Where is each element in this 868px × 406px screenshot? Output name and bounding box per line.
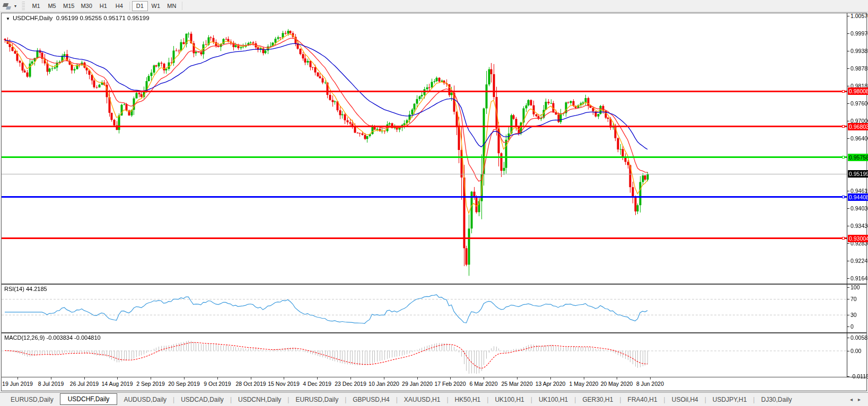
rsi-axis-tick <box>847 287 849 288</box>
date-axis-label: 9 Oct 2019 <box>204 381 231 387</box>
chart-tab-hk50-h1[interactable]: HK50,H1 <box>449 394 487 405</box>
timeframe-button-h1[interactable]: H1 <box>95 1 111 11</box>
date-axis-label: 17 Feb 2020 <box>435 381 466 387</box>
price-axis-label: 0.96400 <box>851 135 868 142</box>
date-axis-label: 10 Jan 2020 <box>369 381 399 387</box>
pane-separator[interactable] <box>2 332 866 333</box>
rsi-axis-label: 100 <box>851 284 860 290</box>
chart-tab-uk100-h1[interactable]: UK100,H1 <box>488 394 530 405</box>
level-price-badge: 0.98008 <box>848 87 868 95</box>
chart-window: ▼USDCHF,Daily 0.95199 0.95255 0.95171 0.… <box>1 13 867 391</box>
chart-tab-eurusd-daily[interactable]: EURUSD,Daily <box>4 394 60 405</box>
rsi-axis-label: 0 <box>851 323 854 330</box>
toolbar-separator <box>129 2 130 10</box>
date-axis-label: 13 Apr 2020 <box>536 381 566 387</box>
pane-separator[interactable] <box>2 284 866 285</box>
level-line-handle[interactable] <box>842 156 845 158</box>
level-line-handle[interactable] <box>842 237 845 240</box>
price-axis-tick <box>847 68 849 69</box>
chart-tab-uk100-h1[interactable]: UK100,H1 <box>532 394 574 405</box>
timeframe-button-m15[interactable]: M15 <box>60 1 77 11</box>
level-line[interactable] <box>2 196 847 198</box>
price-axis-tick <box>847 16 849 16</box>
chart-tab-fra40-h1[interactable]: FRA40,H1 <box>621 394 664 405</box>
chevron-down-icon[interactable]: ▾ <box>14 4 16 8</box>
chart-symbol-label: USDCHF,Daily <box>13 15 52 21</box>
level-line[interactable] <box>2 126 847 127</box>
bid-price-line <box>2 174 847 174</box>
chart-tools-icon-shape <box>6 6 11 10</box>
rsi-axis-label: 30 <box>851 312 857 318</box>
date-axis-label: 15 Nov 2019 <box>268 381 300 387</box>
tab-scroll-right-icon[interactable]: ▸ <box>858 396 861 402</box>
timeframe-button-h4[interactable]: H4 <box>111 1 127 11</box>
date-axis-label: 2 Sep 2019 <box>136 381 165 387</box>
chart-tab-usdcad-daily[interactable]: USDCAD,Daily <box>174 394 230 405</box>
macd-axis-tick <box>847 351 849 351</box>
date-axis-tick <box>617 377 617 379</box>
macd-indicator-canvas[interactable] <box>2 333 847 377</box>
date-axis-label: 25 Mar 2020 <box>502 381 533 387</box>
macd-axis-tick <box>847 338 849 338</box>
level-line[interactable] <box>2 237 847 239</box>
date-axis-label: 23 Dec 2019 <box>335 381 366 387</box>
date-axis-label: 29 Jan 2020 <box>402 381 433 387</box>
price-axis-tick <box>847 138 849 139</box>
timeframe-button-m1[interactable]: M1 <box>28 1 44 11</box>
timeframe-button-mn[interactable]: MN <box>164 1 180 11</box>
date-axis-tick <box>84 377 85 379</box>
level-price-badge: 0.95758 <box>848 154 868 161</box>
chart-tab-gbpusd-h4[interactable]: GBPUSD,H4 <box>346 394 396 405</box>
date-axis[interactable]: 19 Jun 20198 Jul 201926 Jul 201914 Aug 2… <box>2 377 866 391</box>
level-line-handle[interactable] <box>842 125 845 128</box>
date-axis-tick <box>417 377 418 379</box>
toolbar-drag-handle[interactable] <box>22 2 25 11</box>
chart-tab-audusd-daily[interactable]: AUDUSD,Daily <box>117 394 173 405</box>
chart-title: ▼USDCHF,Daily 0.95199 0.95255 0.95171 0.… <box>6 15 150 21</box>
price-axis-tick <box>847 243 849 244</box>
price-axis-label: 0.93430 <box>851 223 868 229</box>
chart-tab-dj30-daily[interactable]: DJ30,Daily <box>755 394 798 405</box>
date-axis-tick <box>650 377 651 379</box>
level-line-handle[interactable] <box>842 90 845 93</box>
price-axis-label: 0.97600 <box>851 100 868 107</box>
rsi-axis-tick <box>847 315 849 315</box>
price-axis-tick <box>847 261 849 261</box>
chart-tab-xauusd-h1[interactable]: XAUUSD,H1 <box>398 394 447 405</box>
date-axis-label: 26 Jul 2019 <box>70 381 99 387</box>
level-line[interactable] <box>2 156 847 158</box>
timeframe-button-m30[interactable]: M30 <box>77 1 95 11</box>
date-axis-tick <box>517 377 518 379</box>
rsi-indicator-canvas[interactable] <box>2 285 847 332</box>
chart-tab-eurusd-daily[interactable]: EURUSD,Daily <box>289 394 345 405</box>
level-line-handle[interactable] <box>842 196 845 198</box>
level-price-badge: 0.94408 <box>848 193 868 201</box>
chart-tab-ger30-h1[interactable]: GER30,H1 <box>576 394 619 405</box>
main-chart-canvas[interactable] <box>2 13 847 284</box>
rsi-axis-tick <box>847 326 849 327</box>
chart-tab-bar: EURUSD,DailyUSDCHF,DailyAUDUSD,Daily|USD… <box>0 392 868 406</box>
level-line[interactable] <box>2 91 847 92</box>
macd-label: MACD(12,26,9) -0.003834 -0.004810 <box>4 334 101 341</box>
chart-menu-caret-icon[interactable]: ▼ <box>6 16 10 21</box>
chart-tab-usdcnh-daily[interactable]: USDCNH,Daily <box>232 394 287 405</box>
date-axis-label: 8 Jun 2020 <box>636 381 664 387</box>
date-axis-label: 8 Jul 2019 <box>38 381 64 387</box>
date-axis-label: 20 May 2020 <box>601 381 633 387</box>
chart-tab-usoil-h4[interactable]: USOil,H4 <box>665 394 705 405</box>
chart-tab-usdjpy-h1[interactable]: USDJPY,H1 <box>706 394 753 405</box>
chart-tab-usdchf-daily[interactable]: USDCHF,Daily <box>60 393 118 405</box>
date-axis-tick <box>450 377 451 379</box>
price-axis-tick <box>847 121 849 121</box>
timeframe-button-m5[interactable]: M5 <box>44 1 60 11</box>
tab-scroll-left-icon[interactable]: ◂ <box>850 396 853 402</box>
price-axis-label: 0.91645 <box>851 275 868 281</box>
tab-scroll-controls: ◂▸ <box>850 396 868 402</box>
timeframe-button-w1[interactable]: W1 <box>148 1 164 11</box>
price-axis-tick <box>847 208 849 209</box>
price-axis-label: 0.98785 <box>851 65 868 72</box>
date-axis-label: 4 Dec 2019 <box>303 381 331 387</box>
chart-tools-icon[interactable] <box>3 2 13 10</box>
timeframe-button-d1[interactable]: D1 <box>132 1 148 11</box>
date-axis-tick <box>317 377 318 379</box>
